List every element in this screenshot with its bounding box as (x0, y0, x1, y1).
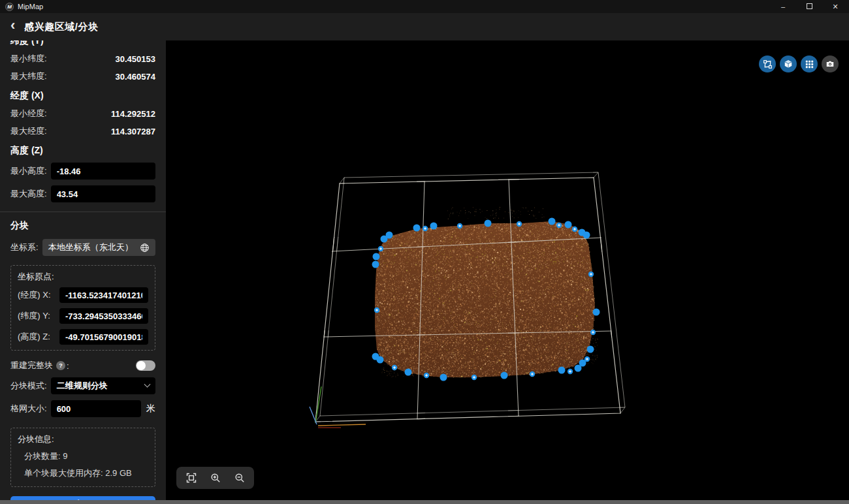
page-title: 感兴趣区域/分块 (24, 21, 98, 33)
crs-row: 坐标系: 本地坐标系（东北天） (10, 239, 155, 256)
min-latitude-value: 30.450153 (116, 54, 155, 64)
mode-value: 二维规则分块 (57, 380, 108, 392)
settings-sidebar: 纬度 (Y) 最小纬度: 30.450153 最大纬度: 30.460574 经… (0, 40, 166, 500)
mode-select[interactable]: 二维规则分块 (51, 377, 155, 394)
roi-vertex-marker[interactable] (485, 220, 492, 227)
zoom-out-button[interactable] (227, 469, 251, 487)
grid-size-input[interactable] (51, 400, 141, 417)
close-button[interactable]: ✕ (831, 0, 840, 13)
min-longitude-label: 最小经度: (10, 108, 47, 119)
origin-z-input[interactable] (59, 329, 148, 345)
crs-value: 本地坐标系（东北天） (48, 242, 133, 253)
block-info-group: 分块信息: 分块数量: 9 单个块最大使用内存: 2.9 GB (10, 428, 155, 487)
roi-vertex-marker[interactable] (583, 232, 590, 239)
roi-vertex-marker[interactable] (593, 309, 600, 316)
zoom-toolbar (176, 467, 254, 489)
roi-vertex-marker[interactable] (413, 225, 421, 232)
page-header: ‹ 感兴趣区域/分块 (0, 13, 849, 40)
roi-vertex-marker[interactable] (501, 372, 508, 379)
rebuild-toggle[interactable] (136, 360, 155, 371)
max-longitude-row: 最大经度: 114.307287 (10, 125, 155, 137)
grid-division-line (417, 181, 424, 419)
max-height-row: 最大高度: (10, 185, 155, 202)
block-count-text: 分块数量: 9 (24, 450, 148, 462)
min-latitude-row: 最小纬度: 30.450153 (10, 53, 155, 65)
grid-corner-edge (620, 407, 625, 413)
min-height-label: 最小高度: (10, 165, 47, 177)
zoom-in-button[interactable] (203, 469, 227, 487)
cube-3d-icon (784, 59, 793, 69)
roi-vertex-marker[interactable] (558, 367, 566, 374)
fit-view-icon (186, 473, 197, 483)
origin-x-input[interactable] (59, 287, 148, 303)
roi-vertex-marker[interactable] (565, 221, 572, 228)
roi-vertex-marker[interactable] (381, 236, 388, 243)
zoom-out-icon (234, 473, 245, 483)
help-icon[interactable]: ? (56, 361, 65, 370)
rebuild-row: 重建完整块 ? : (10, 360, 155, 371)
height-heading: 高度 (Z) (10, 145, 155, 157)
app-logo-icon: M (5, 3, 14, 11)
crs-label: 坐标系: (10, 242, 39, 253)
origin-z-row: (高度) Z: (18, 329, 148, 345)
fit-view-button[interactable] (179, 469, 203, 487)
origin-y-input[interactable] (59, 308, 148, 324)
grid-outer-boundary (315, 178, 620, 422)
origin-group: 坐标原点: (经度) X: (纬度) Y: (高度) Z: (10, 265, 155, 351)
origin-y-label: (纬度) Y: (18, 310, 59, 322)
max-latitude-row: 最大纬度: 30.460574 (10, 71, 155, 82)
mode-label: 分块模式: (10, 380, 47, 392)
zoom-in-icon (210, 473, 221, 483)
roi-vertex-marker[interactable] (405, 369, 412, 376)
maximize-button[interactable] (805, 0, 814, 13)
roi-vertex-marker[interactable] (440, 374, 447, 381)
apply-button[interactable]: 应用 (10, 496, 155, 500)
roi-vertex-marker[interactable] (372, 261, 379, 268)
max-height-label: 最大高度: (10, 188, 47, 200)
max-latitude-value: 30.460574 (116, 72, 155, 82)
rebuild-colon: : (67, 361, 69, 371)
max-height-input[interactable] (51, 185, 155, 202)
max-longitude-value: 114.307287 (111, 127, 155, 136)
crs-select-button[interactable]: 本地坐标系（东北天） (42, 239, 155, 256)
3d-viewport[interactable] (166, 40, 849, 500)
roi-vertex-marker[interactable] (377, 356, 384, 364)
min-longitude-row: 最小经度: 114.292512 (10, 108, 155, 119)
viewport-toolbar (759, 55, 839, 72)
grid-tiles-tool-button[interactable] (801, 55, 818, 72)
axis-orange-line (318, 424, 366, 426)
block-memory-text: 单个块最大使用内存: 2.9 GB (24, 467, 148, 479)
title-bar: M MipMap – ✕ (0, 0, 849, 13)
toggle-knob (136, 361, 146, 370)
axis-blue-line (310, 407, 317, 424)
mode-row: 分块模式: 二维规则分块 (10, 377, 155, 394)
origin-label: 坐标原点: (18, 271, 148, 282)
roi-vertex-marker[interactable] (575, 365, 582, 372)
screenshot-camera-tool-button[interactable] (822, 55, 839, 72)
origin-y-row: (纬度) Y: (18, 308, 148, 324)
roi-vertex-marker[interactable] (430, 223, 438, 230)
grid-division-line (332, 238, 601, 251)
grid-tiles-icon (805, 60, 814, 69)
block-info-label: 分块信息: (18, 433, 148, 445)
roi-vertex-marker[interactable] (549, 218, 556, 225)
min-longitude-value: 114.292512 (111, 109, 155, 119)
minimize-button[interactable]: – (778, 0, 788, 13)
origin-x-label: (经度) X: (18, 289, 59, 301)
origin-x-row: (经度) X: (18, 287, 148, 303)
min-latitude-label: 最小纬度: (10, 53, 47, 65)
roi-vertex-marker[interactable] (587, 346, 594, 353)
globe-icon (140, 243, 150, 253)
max-longitude-label: 最大经度: (10, 125, 47, 137)
rebuild-label: 重建完整块 (10, 360, 53, 371)
roi-vertex-marker[interactable] (373, 253, 380, 260)
chevron-down-icon (144, 381, 151, 387)
back-button[interactable]: ‹ (10, 19, 15, 32)
grid-size-row: 格网大小: 米 (10, 400, 155, 417)
roi-polygon-tool-button[interactable] (759, 55, 776, 72)
grid-corner-edge (594, 172, 598, 178)
cube-3d-tool-button[interactable] (780, 55, 797, 72)
grid-size-label: 格网大小: (10, 403, 47, 415)
maximize-icon (807, 3, 812, 9)
min-height-input[interactable] (51, 163, 155, 180)
